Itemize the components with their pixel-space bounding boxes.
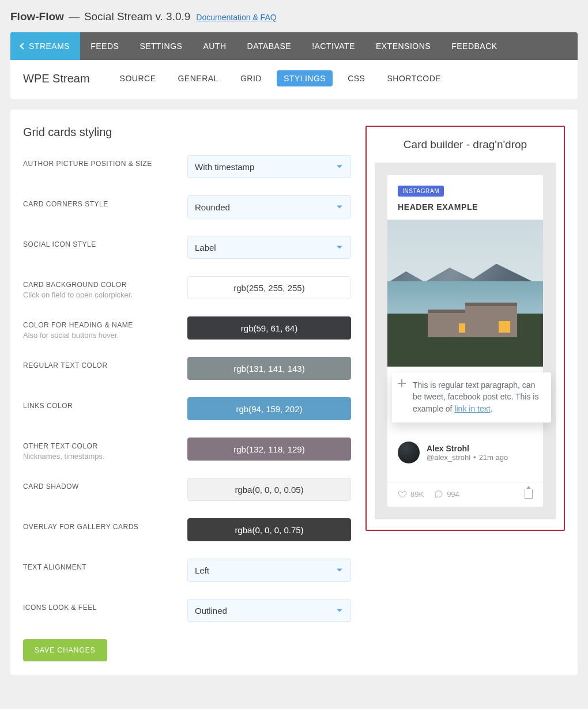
select-text-alignment[interactable]: Left (187, 559, 351, 582)
color-overlay-gallery[interactable]: rgba(0, 0, 0, 0.75) (187, 518, 351, 541)
preview-canvas: INSTAGRAM HEADER EXAMPLE twex This is re… (375, 163, 556, 519)
card-body: twex This is regular text paragraph, can… (387, 367, 543, 474)
timestamp: 21m ago (479, 453, 508, 462)
subtab-source[interactable]: SOURCE (113, 70, 163, 86)
tab-feedback[interactable]: FEEDBACK (441, 32, 507, 60)
author-handle: @alex_strohl (427, 453, 470, 462)
tab-auth[interactable]: AUTH (193, 32, 236, 60)
label-overlay-gallery: OVERLAY FOR GALLERY CARDS (23, 523, 187, 531)
label-card-shadow: CARD SHADOW (23, 482, 187, 491)
row-author-picture: AUTHOR PICTURE POSITION & SIZE With time… (23, 155, 357, 178)
row-card-corners: CARD CORNERS STYLE Rounded (23, 195, 357, 218)
tab-activate[interactable]: !ACTIVATE (301, 32, 365, 60)
stream-name: WPE Stream (23, 72, 90, 85)
comments-count: 994 (447, 490, 459, 499)
tab-extensions[interactable]: EXTENSIONS (365, 32, 441, 60)
chevron-down-icon (337, 206, 342, 209)
title-separator: — (69, 10, 80, 23)
chevron-down-icon (337, 609, 342, 612)
preview-card[interactable]: INSTAGRAM HEADER EXAMPLE twex This is re… (387, 175, 543, 507)
row-overlay-gallery: OVERLAY FOR GALLERY CARDS rgba(0, 0, 0, … (23, 518, 357, 541)
label-regular-text-color: REGULAR TEXT COLOR (23, 361, 187, 369)
section-title: Grid cards styling (23, 126, 357, 139)
label-icons-look: ICONS LOOK & FEEL (23, 604, 187, 612)
share-icon[interactable] (525, 489, 533, 499)
label-text-alignment: TEXT ALIGNMENT (23, 563, 187, 571)
content-panel: Grid cards styling AUTHOR PICTURE POSITI… (10, 110, 578, 675)
row-icons-look: ICONS LOOK & FEEL Outlined (23, 599, 357, 622)
subtab-shortcode[interactable]: SHORTCODE (380, 70, 448, 86)
label-heading-color: COLOR FOR HEADING & NAME (23, 321, 187, 329)
card-image (387, 220, 543, 367)
row-text-alignment: TEXT ALIGNMENT Left (23, 559, 357, 582)
tab-settings[interactable]: SETTINGS (129, 32, 193, 60)
card-heading: HEADER EXAMPLE (398, 202, 533, 212)
label-card-corners: CARD CORNERS STYLE (23, 200, 187, 208)
stream-sub-bar: WPE Stream SOURCE GENERAL GRID STYLINGS … (10, 60, 578, 99)
color-heading-name[interactable]: rgb(59, 61, 64) (187, 316, 351, 340)
card-builder-area: Card builder - drag'n'drop INSTAGRAM HEA… (365, 126, 565, 531)
likes-stat[interactable]: 89K (398, 489, 424, 499)
social-badge: INSTAGRAM (398, 186, 444, 197)
label-social-icon-style: SOCIAL ICON STYLE (23, 240, 187, 248)
author-meta: @alex_strohl•21m ago (427, 453, 508, 462)
select-author-picture[interactable]: With timestamp (187, 155, 351, 178)
comment-icon (434, 489, 443, 499)
chevron-down-icon (337, 569, 342, 572)
page-header: Flow-Flow — Social Stream v. 3.0.9 Docum… (10, 10, 578, 23)
row-links-color: LINKS COLOR rgb(94, 159, 202) (23, 397, 357, 420)
row-card-bg-color: CARD BACKGROUND COLOR Click on field to … (23, 276, 357, 299)
row-social-icon-style: SOCIAL ICON STYLE Label (23, 236, 357, 259)
app-subtitle: Social Stream v. 3.0.9 (84, 10, 190, 23)
chevron-down-icon (337, 165, 342, 168)
row-regular-text-color: REGULAR TEXT COLOR rgb(131, 141, 143) (23, 357, 357, 380)
select-icons-look[interactable]: Outlined (187, 599, 351, 622)
tab-streams-label: STREAMS (29, 42, 70, 51)
app-title: Flow-Flow (10, 10, 64, 23)
likes-count: 89K (410, 490, 424, 499)
comments-stat[interactable]: 994 (434, 489, 459, 499)
heart-icon (398, 489, 407, 499)
body-example-link[interactable]: link in text (454, 404, 490, 413)
avatar (398, 442, 420, 463)
hint-other-text-color: Nicknames, timestamps. (23, 452, 187, 461)
card-footer: 89K 994 (387, 482, 543, 507)
stream-sub-tabs: SOURCE GENERAL GRID STYLINGS CSS SHORTCO… (113, 70, 448, 86)
tab-database[interactable]: DATABASE (237, 32, 302, 60)
color-card-shadow[interactable]: rgba(0, 0, 0, 0.05) (187, 478, 351, 501)
subtab-grid[interactable]: GRID (233, 70, 269, 86)
color-regular-text[interactable]: rgb(131, 141, 143) (187, 357, 351, 380)
hint-heading-color: Also for social buttons hover. (23, 331, 187, 340)
chevron-left-icon (20, 43, 26, 49)
styling-form: Grid cards styling AUTHOR PICTURE POSITI… (23, 126, 357, 661)
save-changes-button[interactable]: SAVE CHANGES (23, 639, 107, 661)
row-card-shadow: CARD SHADOW rgba(0, 0, 0, 0.05) (23, 478, 357, 501)
subtab-general[interactable]: GENERAL (171, 70, 225, 86)
label-other-text-color: OTHER TEXT COLOR (23, 442, 187, 450)
doc-faq-link[interactable]: Documentation & FAQ (196, 13, 276, 22)
select-card-corners[interactable]: Rounded (187, 195, 351, 218)
color-links[interactable]: rgb(94, 159, 202) (187, 397, 351, 420)
hint-card-bg-color: Click on field to open colorpicker. (23, 291, 187, 299)
author-name: Alex Strohl (427, 444, 508, 453)
tab-streams[interactable]: STREAMS (10, 32, 80, 60)
color-card-background[interactable]: rgb(255, 255, 255) (187, 276, 351, 299)
row-heading-color: COLOR FOR HEADING & NAME Also for social… (23, 316, 357, 340)
subtab-css[interactable]: CSS (341, 70, 372, 86)
preview-title: Card builder - drag'n'drop (375, 138, 556, 151)
tab-feeds[interactable]: FEEDS (80, 32, 129, 60)
select-social-icon-style[interactable]: Label (187, 236, 351, 259)
subtab-stylings[interactable]: STYLINGS (277, 70, 333, 86)
label-author-picture: AUTHOR PICTURE POSITION & SIZE (23, 160, 187, 168)
color-other-text[interactable]: rgb(132, 118, 129) (187, 438, 351, 461)
chevron-down-icon (337, 246, 342, 249)
move-icon (398, 379, 406, 387)
main-nav: STREAMS FEEDS SETTINGS AUTH DATABASE !AC… (10, 32, 578, 60)
draggable-text-block[interactable]: This is regular text paragraph, can be t… (392, 372, 551, 423)
row-other-text-color: OTHER TEXT COLOR Nicknames, timestamps. … (23, 438, 357, 461)
label-links-color: LINKS COLOR (23, 402, 187, 410)
label-card-bg-color: CARD BACKGROUND COLOR (23, 281, 187, 289)
